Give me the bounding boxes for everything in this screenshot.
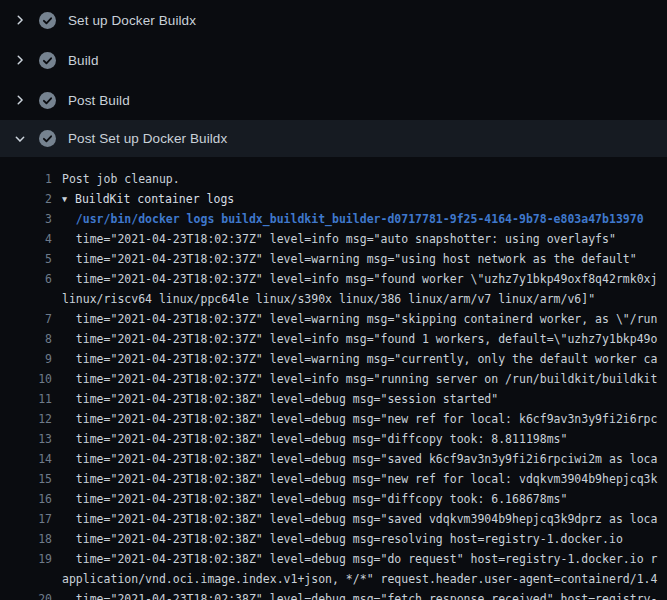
log-line: 20 time="2021-04-23T18:02:38Z" level=deb… [0,589,667,600]
log-text: application/vnd.oci.image.index.v1+json,… [62,572,657,586]
log-line-text: time="2021-04-23T18:02:37Z" level=info m… [62,269,657,289]
step-header[interactable]: Post Build [0,80,667,120]
log-line-number[interactable]: 10 [0,369,52,389]
log-text: time="2021-04-23T18:02:38Z" level=debug … [62,412,657,426]
log-text: time="2021-04-23T18:02:38Z" level=debug … [62,432,567,446]
log-line-number[interactable]: 13 [0,429,52,449]
log-text: time="2021-04-23T18:02:38Z" level=debug … [62,452,657,466]
log-line-text: time="2021-04-23T18:02:38Z" level=debug … [62,489,567,509]
step-header[interactable]: Post Set up Docker Buildx [0,120,667,157]
log-line-number[interactable]: 3 [0,209,52,229]
log-line-text: time="2021-04-23T18:02:38Z" level=debug … [62,409,657,429]
step-label: Build [68,53,99,68]
log-line-text: application/vnd.oci.image.index.v1+json,… [62,569,657,589]
log-line-number[interactable] [0,569,52,589]
log-line-number[interactable]: 8 [0,329,52,349]
check-circle-icon [39,52,56,69]
log-text: time="2021-04-23T18:02:38Z" level=debug … [62,472,657,486]
log-line: 11 time="2021-04-23T18:02:38Z" level=deb… [0,389,667,409]
log-line-text: time="2021-04-23T18:02:37Z" level=warnin… [62,309,657,329]
log-lines: 1 Post job cleanup. 2 ▼BuildKit containe… [0,157,667,600]
log-line: 8 time="2021-04-23T18:02:37Z" level=info… [0,329,667,349]
log-text: time="2021-04-23T18:02:38Z" level=debug … [62,532,623,546]
log-text: time="2021-04-23T18:02:37Z" level=warnin… [62,352,657,366]
step-label: Set up Docker Buildx [68,13,196,28]
log-line: 18 time="2021-04-23T18:02:38Z" level=deb… [0,529,667,549]
log-text: /usr/bin/docker logs buildx_buildkit_bui… [62,212,644,226]
log-line: 14 time="2021-04-23T18:02:38Z" level=deb… [0,449,667,469]
log-line-number[interactable]: 5 [0,249,52,269]
log-line-number[interactable]: 6 [0,269,52,289]
log-group-toggle-icon[interactable]: ▼ [62,189,75,209]
step-header[interactable]: Set up Docker Buildx [0,0,667,40]
log-line: application/vnd.oci.image.index.v1+json,… [0,569,667,589]
log-line-number[interactable]: 20 [0,589,52,600]
log-line-text: ▼BuildKit container logs [62,189,234,209]
check-circle-icon [39,12,56,29]
log-line-number[interactable]: 4 [0,229,52,249]
log-line-text: time="2021-04-23T18:02:37Z" level=info m… [62,329,657,349]
log-line: 5 time="2021-04-23T18:02:37Z" level=warn… [0,249,667,269]
log-text: time="2021-04-23T18:02:38Z" level=debug … [62,512,657,526]
log-line-number[interactable]: 11 [0,389,52,409]
log-line-number[interactable]: 9 [0,349,52,369]
log-line: 19 time="2021-04-23T18:02:38Z" level=deb… [0,549,667,569]
log-line: 2 ▼BuildKit container logs [0,189,667,209]
chevron-icon[interactable] [12,92,28,108]
log-line-number[interactable]: 15 [0,469,52,489]
log-line: 9 time="2021-04-23T18:02:37Z" level=warn… [0,349,667,369]
log-line-number[interactable] [0,289,52,309]
log-text: time="2021-04-23T18:02:37Z" level=info m… [62,232,616,246]
log-line-text: Post job cleanup. [62,169,180,189]
log-line: 15 time="2021-04-23T18:02:38Z" level=deb… [0,469,667,489]
log-line-text: /usr/bin/docker logs buildx_buildkit_bui… [62,209,644,229]
log-text: linux/riscv64 linux/ppc64le linux/s390x … [62,292,595,306]
steps-list: Set up Docker Buildx Build P [0,0,667,157]
log-line-text: time="2021-04-23T18:02:38Z" level=debug … [62,429,567,449]
log-line: 16 time="2021-04-23T18:02:38Z" level=deb… [0,489,667,509]
chevron-icon[interactable] [12,12,28,28]
log-line-number[interactable]: 2 [0,189,52,209]
log-text: BuildKit container logs [75,192,234,206]
log-text: time="2021-04-23T18:02:37Z" level=warnin… [62,312,657,326]
log-line: 6 time="2021-04-23T18:02:37Z" level=info… [0,269,667,289]
log-line-number[interactable]: 16 [0,489,52,509]
check-circle-icon [39,92,56,109]
step-label: Post Build [68,93,130,108]
chevron-icon[interactable] [12,52,28,68]
log-line: 17 time="2021-04-23T18:02:38Z" level=deb… [0,509,667,529]
log-text: time="2021-04-23T18:02:38Z" level=debug … [62,592,657,600]
log-line: 4 time="2021-04-23T18:02:37Z" level=info… [0,229,667,249]
log-line-text: time="2021-04-23T18:02:37Z" level=warnin… [62,349,657,369]
log-text: time="2021-04-23T18:02:37Z" level=info m… [62,272,657,286]
log-line-number[interactable]: 19 [0,549,52,569]
log-line: 3 /usr/bin/docker logs buildx_buildkit_b… [0,209,667,229]
log-line-text: time="2021-04-23T18:02:38Z" level=debug … [62,509,657,529]
log-text: time="2021-04-23T18:02:37Z" level=info m… [62,332,657,346]
log-line: linux/riscv64 linux/ppc64le linux/s390x … [0,289,667,309]
log-line-text: time="2021-04-23T18:02:38Z" level=debug … [62,529,623,549]
log-line: 7 time="2021-04-23T18:02:37Z" level=warn… [0,309,667,329]
log-text: time="2021-04-23T18:02:37Z" level=info m… [62,372,657,386]
log-line: 12 time="2021-04-23T18:02:38Z" level=deb… [0,409,667,429]
log-line-text: time="2021-04-23T18:02:37Z" level=info m… [62,229,616,249]
log-line-number[interactable]: 1 [0,169,52,189]
log-text: time="2021-04-23T18:02:38Z" level=debug … [62,552,657,566]
chevron-icon[interactable] [12,131,28,147]
log-line-text: time="2021-04-23T18:02:38Z" level=debug … [62,549,657,569]
log-line: 1 Post job cleanup. [0,169,667,189]
log-line-number[interactable]: 14 [0,449,52,469]
step-label: Post Set up Docker Buildx [68,131,227,146]
log-line-number[interactable]: 18 [0,529,52,549]
log-line-text: time="2021-04-23T18:02:38Z" level=debug … [62,389,498,409]
log-line-text: time="2021-04-23T18:02:37Z" level=warnin… [62,249,637,269]
step-header[interactable]: Build [0,40,667,80]
log-text: time="2021-04-23T18:02:38Z" level=debug … [62,392,498,406]
log-line-text: time="2021-04-23T18:02:38Z" level=debug … [62,469,657,489]
log-text: time="2021-04-23T18:02:38Z" level=debug … [62,492,567,506]
log-line-number[interactable]: 17 [0,509,52,529]
log-line-text: linux/riscv64 linux/ppc64le linux/s390x … [62,289,595,309]
actions-log-viewer: Set up Docker Buildx Build P [0,0,667,600]
log-line-number[interactable]: 7 [0,309,52,329]
log-line-number[interactable]: 12 [0,409,52,429]
